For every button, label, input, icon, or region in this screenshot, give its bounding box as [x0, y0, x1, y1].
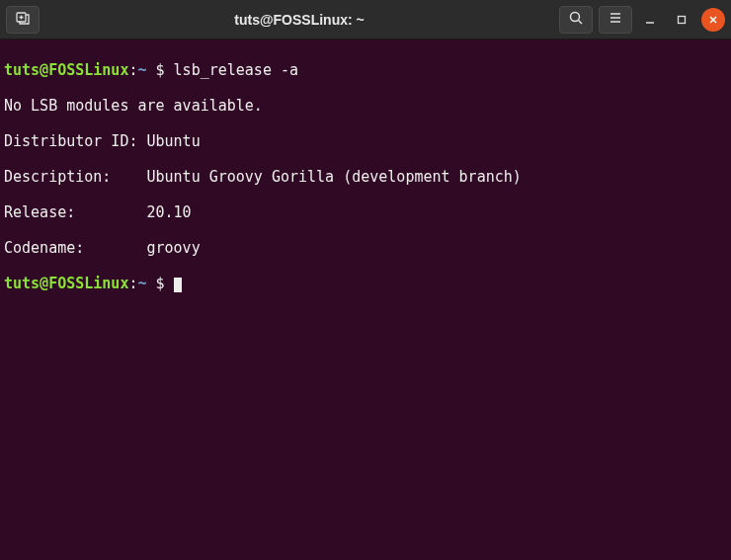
output-line: Release: 20.10 [4, 203, 727, 221]
prompt-path: ~ [137, 61, 146, 79]
search-button[interactable] [559, 6, 593, 34]
output-label: Distributor ID: [4, 132, 137, 150]
cursor [174, 278, 182, 292]
output-line: Distributor ID: Ubuntu [4, 132, 727, 150]
new-tab-icon [15, 10, 31, 30]
svg-rect-2 [679, 17, 686, 24]
output-line: Codename: groovy [4, 239, 727, 257]
prompt-char: $ [147, 61, 174, 79]
output-value: groovy [147, 239, 201, 257]
minimize-button[interactable] [638, 8, 662, 32]
terminal-line: tuts@FOSSLinux:~ $ [4, 275, 727, 292]
output-label: Release: [4, 203, 75, 221]
terminal-body[interactable]: tuts@FOSSLinux:~ $ lsb_release -a No LSB… [0, 40, 731, 560]
output-label: Description: [4, 168, 111, 186]
menu-button[interactable] [599, 6, 632, 34]
hamburger-icon [608, 10, 623, 30]
prompt-char: $ [147, 275, 174, 292]
window-title: tuts@FOSSLinux: ~ [45, 12, 553, 28]
prompt-user: tuts@FOSSLinux [4, 275, 128, 292]
maximize-button[interactable] [670, 8, 693, 32]
output-value: Ubuntu Groovy Gorilla (development branc… [147, 168, 522, 186]
search-icon [568, 10, 584, 30]
new-tab-button[interactable] [6, 6, 40, 34]
titlebar: tuts@FOSSLinux: ~ [0, 0, 731, 40]
output-value: Ubuntu [147, 132, 201, 150]
prompt-user: tuts@FOSSLinux [4, 61, 128, 79]
output-value: 20.10 [147, 203, 192, 221]
command-text: lsb_release -a [174, 61, 298, 79]
close-icon [708, 10, 718, 29]
svg-point-1 [571, 12, 580, 21]
maximize-icon [677, 10, 687, 29]
prompt-path: ~ [137, 275, 146, 292]
minimize-icon [645, 10, 655, 29]
output-line: Description: Ubuntu Groovy Gorilla (deve… [4, 168, 727, 186]
output-label: Codename: [4, 239, 84, 257]
close-button[interactable] [701, 8, 725, 32]
terminal-line: tuts@FOSSLinux:~ $ lsb_release -a [4, 61, 727, 79]
output-line: No LSB modules are available. [4, 97, 727, 115]
window-controls [638, 8, 725, 32]
